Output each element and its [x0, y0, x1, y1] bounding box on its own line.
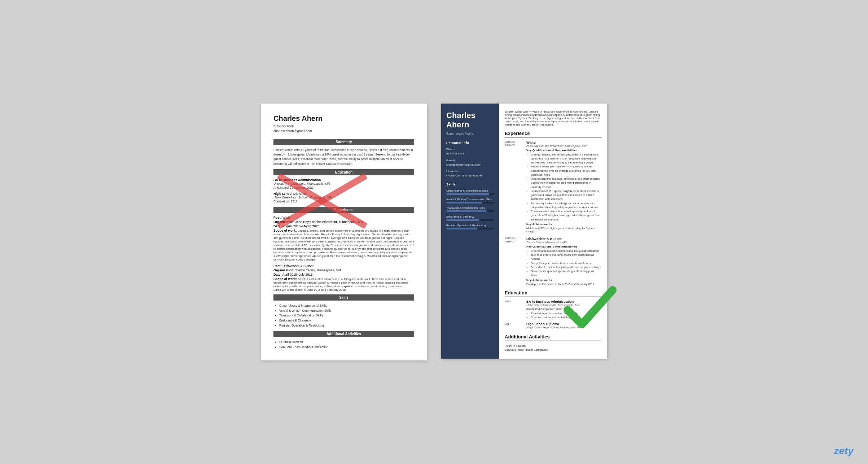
right-exp-2-title: Dishwasher & Busser [526, 237, 601, 241]
right-exp-1-key-title: Key Qualifications & Responsibilities [526, 149, 601, 152]
left-skills-list: Cheerfulness & Interpersonal Skills Verb… [273, 303, 414, 328]
resume-right: CharlesAhern Experienced Waiter Personal… [441, 104, 607, 359]
left-exp-2-scope: Scope of work: Greeted and seated custom… [273, 277, 414, 292]
right-exp-1-date: 2016-08 - 2020-03 [505, 140, 525, 147]
right-exp-1-ach: Maintained 96% or higher guest service r… [526, 227, 601, 233]
right-exp-1-b3: Stocked napkins, tea bags, silverware, a… [531, 177, 601, 189]
right-name: CharlesAhern [446, 111, 494, 130]
right-exp-1-b4: Learned list of 15+ specials nightly. De… [531, 189, 601, 201]
left-exp-1-post: Post: Waiter [273, 216, 414, 219]
skill-bar-2: Verbal & Written Communication Skills [446, 198, 494, 203]
right-exp-2-ach-title: Key Achievements [526, 279, 601, 282]
left-phone: 612-408-9049 [273, 124, 414, 129]
right-exp-1-b6: Recommended wines, beers, and specialty … [531, 209, 601, 222]
right-edu-2-date: 2017 [505, 322, 525, 325]
skill-bar-5: Register Operation & Restocking [446, 224, 494, 229]
right-exp-1-company: Jenn Bay's on the Waterfront, Minneapoli… [526, 144, 601, 148]
skill-bar-3: Teamwork & Collaboration Skills [446, 206, 494, 212]
right-exp-1: 2016-08 - 2020-03 Waiter Jenn Bay's on t… [505, 140, 601, 233]
right-exp-2-bullets: Greeted and seated customers in a 130-gu… [526, 249, 601, 277]
right-exp-1-b5: Followed guidelines for allergy and diet… [531, 201, 601, 210]
right-exp-1-title: Waiter [526, 140, 601, 144]
skill-bar-fill-5 [446, 228, 477, 229]
right-edu-1-completion: Anticipated Completion: 2022 [526, 307, 601, 311]
left-edu-entries: BA in Business Administration University… [273, 178, 414, 204]
skill-bar-fill-1 [446, 193, 489, 195]
left-email: charleszahern@gmail.com [273, 129, 414, 134]
left-edu-1-school: University of Minnesota, Minneapolis, MN [273, 182, 414, 185]
right-edu-1-details: BA in Business Administration University… [526, 300, 601, 320]
left-skills-header: Skills [273, 294, 414, 301]
left-skill-3: Teamwork & Collaboration Skills [279, 313, 414, 318]
main-content: Efficient waiter with 4+ years of restau… [499, 104, 607, 359]
left-exp-1-date: Date: August 2016–March 2020 [273, 224, 414, 228]
skill-bar-4: Endurance & Efficiency [446, 215, 494, 221]
left-education-header: Education [273, 169, 414, 175]
left-experience-header: Experience [273, 207, 414, 213]
left-edu-2-degree: High School Diploma [273, 192, 414, 196]
right-exp-1-ach-title: Key Achievements [526, 223, 601, 226]
right-exp-2-date: 2015-04 - 2016-07 [505, 237, 525, 243]
right-exp-2-b2: Took food orders and drink orders from c… [531, 253, 601, 261]
sidebar-phone: 612-408-9049 [446, 152, 494, 156]
right-additional-title: Additional Activities [505, 334, 601, 341]
resume-left: Charles Ahern 612-408-9049 charleszahern… [261, 104, 427, 361]
left-edu-2-school: Hawk Creek High School, Minneapolis, MN [273, 196, 414, 199]
left-summary-header: Summary [273, 139, 414, 145]
skill-bar-fill-4 [446, 219, 479, 221]
right-exp-1-b2: Served 8 tables per night with 40+ guest… [531, 165, 601, 177]
skill-bar-track-4 [446, 219, 494, 221]
left-additional-1: Fluent in Spanish. [279, 340, 414, 345]
right-exp-1-details: Waiter Jenn Bay's on the Waterfront, Min… [526, 140, 601, 233]
left-edu-1-completion: Anticipated Completion: 2022 [273, 185, 414, 190]
right-edu-2: 2017 High School Diploma Hawk Creek High… [505, 322, 601, 330]
left-exp-2-org: Organization: Stew's Eatery, Minneapolis… [273, 268, 414, 272]
linkedin-label: LinkedIn [446, 170, 494, 173]
skills-title: Skills [446, 183, 494, 186]
personal-info-title: Personal Info [446, 141, 494, 145]
right-edu-1-date: 2022 [505, 300, 525, 303]
left-name: Charles Ahern [273, 114, 414, 123]
left-additional-list: Fluent in Spanish. ServSafe Food Handler… [273, 340, 414, 350]
right-additional-1: Fluent in Spanish. [505, 344, 601, 348]
right-edu-1-b1: Excelled in public speaking coursework. [531, 311, 601, 315]
skill-name-5: Register Operation & Restocking [446, 224, 494, 227]
right-edu-1-bullets: Excelled in public speaking coursework. … [526, 311, 601, 320]
right-experience-title: Experience [505, 131, 601, 137]
right-edu-1-b2: Organizer, intramural football league. [531, 315, 601, 319]
left-skill-2: Verbal & Written Communication Skills [279, 308, 414, 314]
right-summary: Efficient waiter with 4+ years of restau… [505, 110, 601, 126]
zety-logo: zety [834, 445, 854, 457]
skill-bar-track-2 [446, 202, 494, 203]
right-exp-2-company: Stew's Eatery, Minneapolis, MN [526, 241, 601, 244]
skill-bar-fill-2 [446, 202, 482, 203]
left-exp-2: Post: Dishwasher & Busser Organization: … [273, 264, 414, 292]
right-exp-1-bullets: Greeted, seated, and served customers in… [526, 153, 601, 222]
right-exp-2-b3: Swept & mopped back-of-house and front-o… [531, 261, 601, 265]
right-education-title: Education [505, 290, 601, 297]
right-edu-2-school: Hawk Creek High School, Minneapolis, MN [526, 326, 601, 329]
left-edu-1-degree: BA in Business Administration [273, 178, 414, 182]
left-exp-2-post: Post: Dishwasher & Busser [273, 264, 414, 268]
left-edu-1: BA in Business Administration University… [273, 178, 414, 190]
left-edu-2: High School Diploma Hawk Creek High Scho… [273, 192, 414, 204]
left-exp-entries: Post: Waiter Organization: Jenn Bay's on… [273, 216, 414, 292]
skill-bar-fill-3 [446, 210, 487, 212]
left-contact: 612-408-9049 charleszahern@gmail.com [273, 124, 414, 134]
right-edu-2-degree: High School Diploma [526, 322, 601, 326]
left-summary-text: Efficient waiter with 4+ years of restau… [273, 148, 414, 166]
skill-name-2: Verbal & Written Communication Skills [446, 198, 494, 201]
phone-label: Phone [446, 148, 494, 151]
sidebar: CharlesAhern Experienced Waiter Personal… [441, 104, 499, 359]
page-container: Charles Ahern 612-408-9049 charleszahern… [261, 104, 607, 361]
skill-bar-track-5 [446, 228, 494, 229]
right-exp-1-b1: Greeted, seated, and served customers in… [531, 153, 601, 165]
left-exp-1-org: Organization: Jenn Bay's on the Waterfro… [273, 220, 414, 224]
right-edu-1-degree: BA in Business Administration [526, 300, 601, 303]
right-exp-2: 2015-04 - 2016-07 Dishwasher & Busser St… [505, 237, 601, 286]
right-exp-2-b4: Bussed and reset tables quickly with cor… [531, 265, 601, 269]
right-exp-2-ach: Employee of the month in June 2015 and F… [526, 283, 601, 286]
right-exp-2-details: Dishwasher & Busser Stew's Eatery, Minne… [526, 237, 601, 286]
right-additional-2: ServSafe Food Handler Certification. [505, 348, 601, 352]
sidebar-email: charleszahern@gmail.com [446, 163, 494, 167]
